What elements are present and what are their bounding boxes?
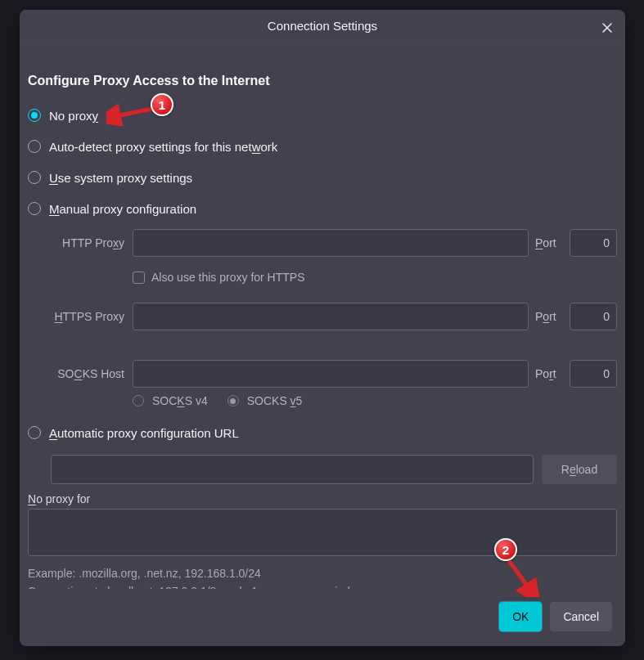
http-proxy-input[interactable] xyxy=(133,229,529,257)
example-hint: Example: .mozilla.org, .net.nz, 192.168.… xyxy=(28,565,617,583)
pac-row: Reload xyxy=(51,455,617,484)
radio-icon xyxy=(28,202,41,215)
radio-icon xyxy=(28,140,41,153)
option-label: Auto-detect proxy settings for this netw… xyxy=(49,140,277,154)
option-label: Automatic proxy configuration URL xyxy=(49,426,239,440)
http-port-input[interactable] xyxy=(570,229,617,257)
no-proxy-for-input[interactable] xyxy=(28,509,617,556)
close-button[interactable] xyxy=(594,15,620,41)
dialog-titlebar: Connection Settings xyxy=(20,10,625,43)
annotation-arrow-1 xyxy=(106,103,164,126)
radio-icon[interactable] xyxy=(133,395,144,406)
manual-proxy-grid: HTTP Proxy Port Also use this proxy for … xyxy=(49,229,617,411)
socks-v4-label: SOCKS v4 xyxy=(152,394,208,407)
dialog-title: Connection Settings xyxy=(268,19,377,33)
socks-host-input[interactable] xyxy=(133,360,529,388)
socks-host-label: SOCKS Host xyxy=(49,367,126,380)
radio-icon xyxy=(28,109,41,122)
option-label: No proxy xyxy=(49,109,98,123)
section-heading: Configure Proxy Access to the Internet xyxy=(28,74,617,88)
option-label: Use system proxy settings xyxy=(49,171,192,185)
https-proxy-input[interactable] xyxy=(133,303,529,330)
socks-port-input[interactable] xyxy=(570,360,617,388)
checkbox-icon xyxy=(133,272,145,284)
close-icon xyxy=(601,22,613,34)
connection-settings-dialog: Connection Settings Configure Proxy Acce… xyxy=(20,10,625,646)
dialog-footer: 2 OK Cancel xyxy=(20,589,625,646)
dialog-body: Configure Proxy Access to the Internet N… xyxy=(20,43,625,589)
option-auto-detect[interactable]: Auto-detect proxy settings for this netw… xyxy=(28,131,617,162)
no-proxy-for-label: No proxy for xyxy=(28,492,617,505)
cancel-button[interactable]: Cancel xyxy=(550,602,612,631)
option-manual[interactable]: Manual proxy configuration xyxy=(28,193,617,224)
pac-url-input[interactable] xyxy=(51,455,534,484)
radio-icon[interactable] xyxy=(227,395,239,406)
option-no-proxy[interactable]: No proxy 1 xyxy=(28,100,617,131)
localhost-note: Connections to localhost, 127.0.0.1/8, a… xyxy=(28,583,617,589)
socks-v5-label: SOCKS v5 xyxy=(247,394,303,407)
https-proxy-label: HTTPS Proxy xyxy=(49,310,126,323)
https-port-input[interactable] xyxy=(570,303,617,330)
radio-icon xyxy=(28,426,41,439)
option-label: Manual proxy configuration xyxy=(49,202,196,216)
annotation-badge-1: 1 xyxy=(151,93,173,116)
https-port-label: Port xyxy=(535,310,563,323)
socks-port-label: Port xyxy=(535,367,563,380)
http-proxy-label: HTTP Proxy xyxy=(49,236,126,249)
also-https-row[interactable]: Also use this proxy for HTTPS xyxy=(133,267,617,288)
option-auto-url[interactable]: Automatic proxy configuration URL xyxy=(28,417,617,448)
also-https-label: Also use this proxy for HTTPS xyxy=(151,271,305,284)
ok-button[interactable]: OK xyxy=(499,602,542,631)
reload-label: Reload xyxy=(561,463,597,476)
http-port-label: Port xyxy=(535,236,563,249)
option-use-system[interactable]: Use system proxy settings xyxy=(28,162,617,193)
radio-icon xyxy=(28,171,41,184)
reload-button[interactable]: Reload xyxy=(542,455,617,484)
socks-version-row: SOCKS v4 SOCKS v5 xyxy=(133,394,617,407)
